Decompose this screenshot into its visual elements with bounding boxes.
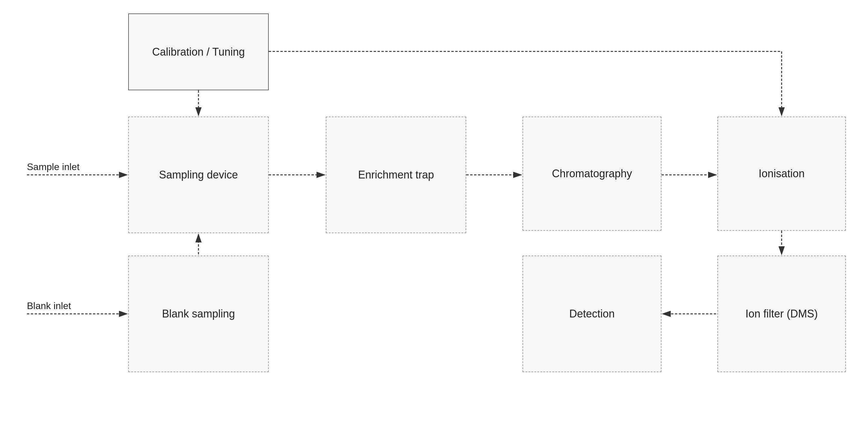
detection-node: Detection: [523, 256, 661, 372]
blank-inlet-label: Blank inlet: [27, 301, 71, 311]
calibration-tuning-label: Calibration / Tuning: [152, 46, 245, 58]
chromatography-label: Chromatography: [552, 167, 632, 180]
sample-inlet-label: Sample inlet: [27, 161, 80, 173]
blank-sampling-node: Blank sampling: [128, 256, 269, 372]
calibration-tuning-node: Calibration / Tuning: [128, 13, 269, 90]
ion-filter-label: Ion filter (DMS): [745, 308, 818, 320]
ion-filter-node: Ion filter (DMS): [717, 256, 846, 372]
ionisation-node: Ionisation: [717, 117, 846, 231]
chromatography-node: Chromatography: [523, 117, 661, 231]
sampling-device-node: Sampling device: [128, 117, 269, 233]
detection-label: Detection: [569, 308, 615, 320]
ionisation-label: Ionisation: [758, 167, 805, 180]
blank-sampling-label: Blank sampling: [162, 308, 235, 320]
diagram-container: Calibration / Tuning Sampling device Enr…: [0, 0, 868, 437]
enrichment-trap-node: Enrichment trap: [326, 117, 466, 233]
sampling-device-label: Sampling device: [159, 168, 238, 181]
enrichment-trap-label: Enrichment trap: [358, 168, 434, 181]
